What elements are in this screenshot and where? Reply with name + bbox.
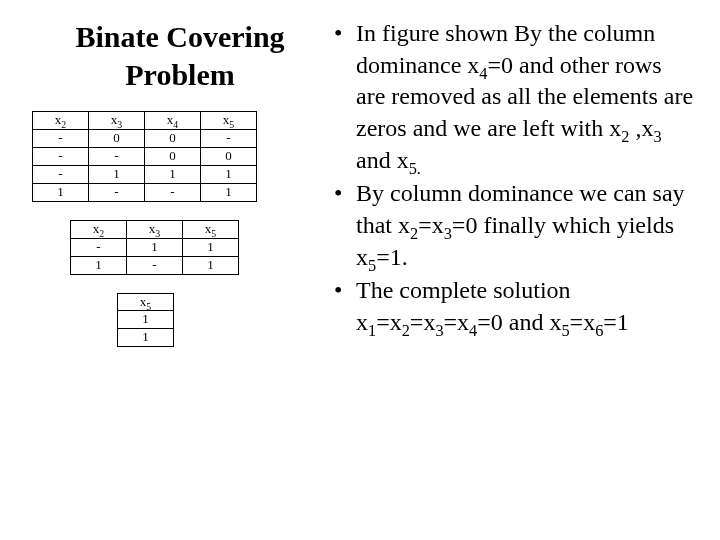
slide-title: Binate Covering Problem xyxy=(30,18,330,93)
cell: 1 xyxy=(127,238,183,256)
table-row: - 1 1 1 xyxy=(33,165,257,183)
slide: Binate Covering Problem x2 x3 x4 x5 - 0 … xyxy=(0,0,720,540)
cell: 0 xyxy=(145,129,201,147)
cell: 1 xyxy=(71,256,127,274)
col-header: x3 xyxy=(127,220,183,238)
col-header: x3 xyxy=(89,112,145,130)
col-header: x2 xyxy=(71,220,127,238)
cell: 1 xyxy=(118,311,174,329)
cell: - xyxy=(71,238,127,256)
title-line-1: Binate Covering xyxy=(75,20,284,53)
title-line-2: Problem xyxy=(125,58,234,91)
table-2: x2 x3 x5 - 1 1 1 - 1 xyxy=(70,220,239,275)
cell: - xyxy=(33,147,89,165)
table-row: x2 x3 x4 x5 xyxy=(33,112,257,130)
bullet-list: In figure shown By the column dominance … xyxy=(334,18,696,339)
table-row: - 1 1 xyxy=(71,238,239,256)
cell: 1 xyxy=(201,183,257,201)
cell: - xyxy=(145,183,201,201)
cell: 0 xyxy=(201,147,257,165)
table-row: 1 - - 1 xyxy=(33,183,257,201)
col-header: x4 xyxy=(145,112,201,130)
cell: 1 xyxy=(89,165,145,183)
cell: - xyxy=(33,129,89,147)
cell: - xyxy=(33,165,89,183)
bullet-item: By column dominance we can say that x2=x… xyxy=(334,178,696,273)
cell: 1 xyxy=(118,329,174,347)
cell: 0 xyxy=(145,147,201,165)
table-1: x2 x3 x4 x5 - 0 0 - - - 0 0 xyxy=(32,111,257,202)
cell: - xyxy=(89,183,145,201)
tables-area: x2 x3 x4 x5 - 0 0 - - - 0 0 xyxy=(30,111,330,365)
col-header: x5 xyxy=(201,112,257,130)
col-header: x5 xyxy=(118,293,174,311)
cell: 0 xyxy=(89,129,145,147)
cell: 1 xyxy=(183,238,239,256)
table-row: x2 x3 x5 xyxy=(71,220,239,238)
left-column: Binate Covering Problem x2 x3 x4 x5 - 0 … xyxy=(30,18,330,522)
bullet-item: The complete solution x1=x2=x3=x4=0 and … xyxy=(334,275,696,338)
table-row: 1 xyxy=(118,329,174,347)
cell: - xyxy=(127,256,183,274)
table-row: x5 xyxy=(118,293,174,311)
cell: - xyxy=(201,129,257,147)
table-row: 1 - 1 xyxy=(71,256,239,274)
cell: 1 xyxy=(201,165,257,183)
col-header: x2 xyxy=(33,112,89,130)
bullet-item: In figure shown By the column dominance … xyxy=(334,18,696,176)
table-row: - - 0 0 xyxy=(33,147,257,165)
cell: 1 xyxy=(183,256,239,274)
right-column: In figure shown By the column dominance … xyxy=(330,18,696,522)
table-row: - 0 0 - xyxy=(33,129,257,147)
cell: - xyxy=(89,147,145,165)
table-3: x5 1 1 xyxy=(117,293,174,348)
cell: 1 xyxy=(33,183,89,201)
cell: 1 xyxy=(145,165,201,183)
table-row: 1 xyxy=(118,311,174,329)
col-header: x5 xyxy=(183,220,239,238)
